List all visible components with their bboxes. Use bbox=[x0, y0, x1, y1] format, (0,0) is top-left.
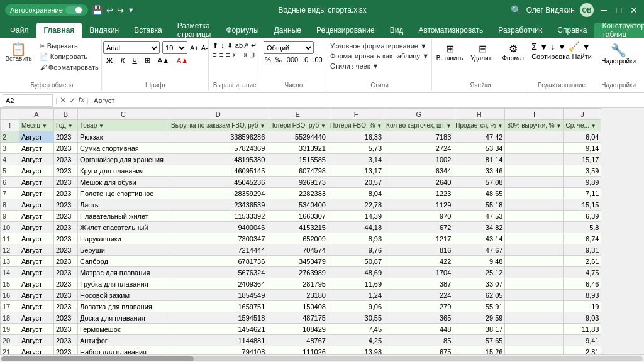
maximize-btn[interactable]: □ bbox=[614, 5, 624, 15]
cell-E3[interactable]: 3313921 bbox=[267, 143, 328, 154]
cell-F21[interactable]: 13,98 bbox=[328, 346, 384, 355]
cell-H4[interactable]: 81,14 bbox=[453, 154, 505, 165]
paste-button[interactable]: 📋 Вставить bbox=[3, 41, 34, 63]
cell-C3[interactable]: Сумка спортивная bbox=[78, 143, 169, 154]
cell-B6[interactable]: 2023 bbox=[54, 177, 78, 188]
cell-H9[interactable]: 47,53 bbox=[453, 211, 505, 222]
border-button[interactable]: ⊞ bbox=[142, 56, 153, 65]
cell-J8[interactable]: 15,15 bbox=[564, 199, 601, 211]
cell-I3[interactable] bbox=[505, 143, 564, 154]
cell-I2[interactable] bbox=[505, 131, 564, 143]
bold-button[interactable]: Ж bbox=[103, 55, 116, 65]
cell-G4[interactable]: 1002 bbox=[384, 154, 453, 165]
cell-G7[interactable]: 1223 bbox=[384, 188, 453, 199]
row-number-10[interactable]: 10 bbox=[1, 222, 19, 233]
col-header-F[interactable]: F bbox=[328, 109, 384, 120]
cell-I18[interactable] bbox=[505, 312, 564, 324]
cell-E13[interactable]: 3450479 bbox=[267, 256, 328, 267]
cell-J9[interactable]: 6,39 bbox=[564, 211, 601, 222]
cell-I15[interactable] bbox=[505, 278, 564, 290]
cell-D16[interactable]: 1854549 bbox=[169, 290, 267, 301]
font-color-button[interactable]: A▲ bbox=[174, 56, 191, 65]
tab-data[interactable]: Данные bbox=[267, 23, 309, 38]
filter-col-F[interactable]: Потери FBO, % ▼ bbox=[328, 120, 384, 131]
decrease-decimal-button[interactable]: .00 bbox=[311, 55, 323, 64]
cell-H7[interactable]: 48,65 bbox=[453, 188, 505, 199]
cell-A17[interactable]: Август bbox=[19, 301, 54, 312]
align-middle-button[interactable]: ↕ bbox=[221, 41, 225, 50]
cell-A13[interactable]: Август bbox=[19, 256, 54, 267]
cell-I7[interactable] bbox=[505, 188, 564, 199]
cell-E5[interactable]: 6074798 bbox=[267, 165, 328, 177]
cell-B18[interactable]: 2023 bbox=[54, 312, 78, 324]
cell-E18[interactable]: 487175 bbox=[267, 312, 328, 324]
cell-D17[interactable]: 1659751 bbox=[169, 301, 267, 312]
cell-F7[interactable]: 8,04 bbox=[328, 188, 384, 199]
cell-B17[interactable]: 2023 bbox=[54, 301, 78, 312]
cell-G8[interactable]: 1129 bbox=[384, 199, 453, 211]
cell-A21[interactable]: Август bbox=[19, 346, 54, 355]
cell-F20[interactable]: 4,25 bbox=[328, 335, 384, 346]
cell-E19[interactable]: 108429 bbox=[267, 324, 328, 335]
col-header-C[interactable]: C bbox=[78, 109, 169, 120]
cell-I13[interactable] bbox=[505, 256, 564, 267]
cell-B2[interactable]: 2023 bbox=[54, 131, 78, 143]
cell-E17[interactable]: 150408 bbox=[267, 301, 328, 312]
cell-D10[interactable]: 9400046 bbox=[169, 222, 267, 233]
autosave-switch[interactable] bbox=[65, 6, 83, 14]
cell-B21[interactable]: 2023 bbox=[54, 346, 78, 355]
cell-B19[interactable]: 2023 bbox=[54, 324, 78, 335]
cell-B7[interactable]: 2023 bbox=[54, 188, 78, 199]
cell-I11[interactable] bbox=[505, 233, 564, 244]
clear-button[interactable]: 🧹 ▼ bbox=[569, 41, 591, 52]
cell-E14[interactable]: 2763989 bbox=[267, 267, 328, 278]
cell-G13[interactable]: 422 bbox=[384, 256, 453, 267]
cell-C19[interactable]: Гермомешок bbox=[78, 324, 169, 335]
horizontal-scrollbar[interactable] bbox=[0, 354, 644, 362]
cell-E8[interactable]: 5340400 bbox=[267, 199, 328, 211]
row-number-5[interactable]: 5 bbox=[1, 165, 19, 177]
cell-F14[interactable]: 48,69 bbox=[328, 267, 384, 278]
col-header-E[interactable]: E bbox=[267, 109, 328, 120]
cell-C10[interactable]: Жилет спасательный bbox=[78, 222, 169, 233]
cell-H17[interactable]: 55,91 bbox=[453, 301, 505, 312]
cell-I4[interactable] bbox=[505, 154, 564, 165]
col-header-J[interactable]: J bbox=[564, 109, 601, 120]
cell-H20[interactable]: 57,65 bbox=[453, 335, 505, 346]
cell-D15[interactable]: 2409364 bbox=[169, 278, 267, 290]
cell-G12[interactable]: 816 bbox=[384, 244, 453, 256]
cell-F5[interactable]: 13,17 bbox=[328, 165, 384, 177]
cell-C18[interactable]: Доска для плавания bbox=[78, 312, 169, 324]
tab-review[interactable]: Рецензирование bbox=[309, 23, 382, 38]
cell-D4[interactable]: 48195380 bbox=[169, 154, 267, 165]
cell-A3[interactable]: Август bbox=[19, 143, 54, 154]
cell-B15[interactable]: 2023 bbox=[54, 278, 78, 290]
cell-B14[interactable]: 2023 bbox=[54, 267, 78, 278]
cell-E2[interactable]: 55294440 bbox=[267, 131, 328, 143]
cell-G16[interactable]: 224 bbox=[384, 290, 453, 301]
cell-D21[interactable]: 794108 bbox=[169, 346, 267, 355]
cell-B10[interactable]: 2023 bbox=[54, 222, 78, 233]
increase-font-icon[interactable]: A+ bbox=[190, 44, 199, 52]
italic-button[interactable]: К bbox=[118, 56, 127, 65]
filter-col-H[interactable]: Продаётся, % ▼ bbox=[453, 120, 505, 131]
cell-H10[interactable]: 34,82 bbox=[453, 222, 505, 233]
filter-col-G[interactable]: Кол-во карточек, шт ▼ bbox=[384, 120, 453, 131]
cell-J16[interactable]: 8,93 bbox=[564, 290, 601, 301]
align-right-button[interactable]: ≡ bbox=[226, 51, 230, 59]
cell-H5[interactable]: 33,46 bbox=[453, 165, 505, 177]
cell-G20[interactable]: 85 bbox=[384, 335, 453, 346]
cell-I20[interactable] bbox=[505, 335, 564, 346]
cell-H18[interactable]: 29,59 bbox=[453, 312, 505, 324]
close-btn[interactable]: ✕ bbox=[629, 5, 639, 15]
cell-C12[interactable]: Беруши bbox=[78, 244, 169, 256]
insert-cells-button[interactable]: ⊞ Вставить bbox=[434, 41, 465, 63]
cell-E4[interactable]: 1515585 bbox=[267, 154, 328, 165]
increase-decimal-button[interactable]: .0 bbox=[301, 55, 309, 64]
cell-styles-button[interactable]: Стили ячеек ▼ bbox=[328, 62, 381, 70]
font-size-select[interactable]: 10 bbox=[162, 41, 187, 54]
cell-D20[interactable]: 1144881 bbox=[169, 335, 267, 346]
cell-J19[interactable]: 11,83 bbox=[564, 324, 601, 335]
search-icon[interactable]: 🔍 bbox=[511, 5, 521, 15]
col-header-G[interactable]: G bbox=[384, 109, 453, 120]
